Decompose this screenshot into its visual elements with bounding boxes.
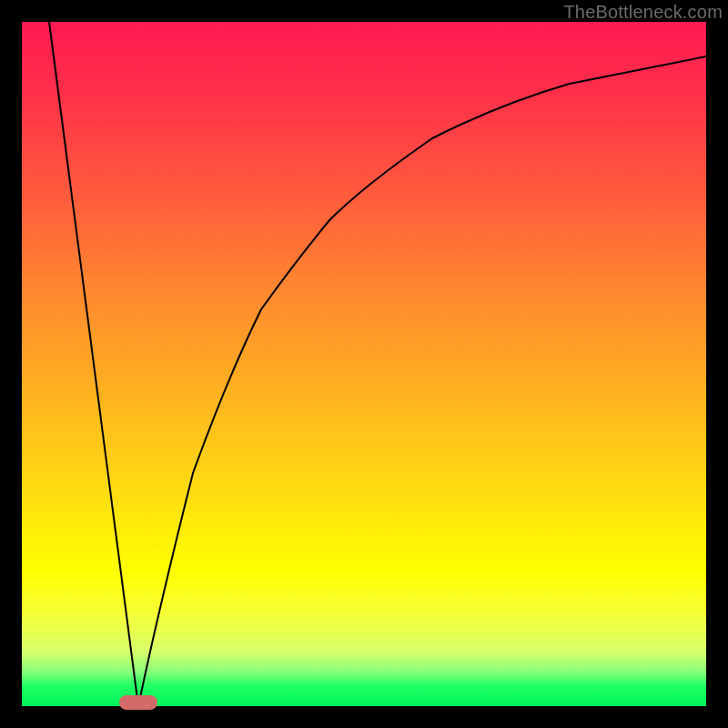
curve-left-slope [49, 22, 138, 706]
watermark-text: TheBottleneck.com [563, 2, 723, 23]
valley-marker [119, 695, 157, 710]
chart-frame: TheBottleneck.com [0, 0, 728, 728]
curve-svg [22, 22, 706, 706]
curve-right [138, 56, 706, 706]
